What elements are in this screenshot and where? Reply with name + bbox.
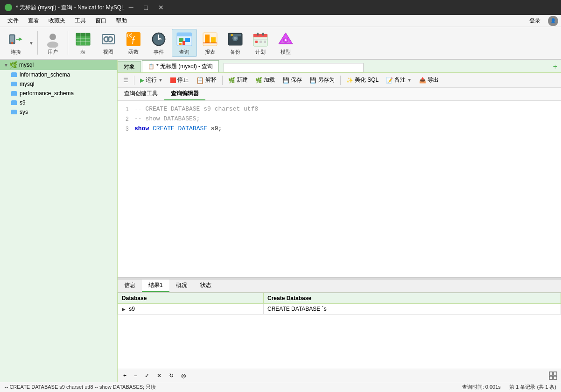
sidebar-db-information-schema[interactable]: information_schema — [0, 70, 117, 79]
mysql-icon: 🌿 — [9, 61, 17, 69]
tab-query-icon: 📋 — [148, 63, 154, 70]
toolbar-report-label: 报表 — [205, 49, 215, 56]
toolbar-event-label: 事件 — [154, 49, 164, 56]
toolbar-model[interactable]: 模型 — [273, 29, 298, 57]
toolbar-user[interactable]: 用户 — [41, 29, 65, 57]
code-editor[interactable]: 1 -- CREATE DATABASE s9 charset utf8 2 -… — [118, 101, 561, 277]
sql-text-s9: s9; — [211, 125, 222, 132]
tab-object[interactable]: 对象 — [118, 61, 141, 72]
load-button[interactable]: 🌿 加载 — [252, 75, 278, 86]
toolbar-connect[interactable]: 连接 — [4, 29, 28, 57]
minimize-button[interactable]: ─ — [125, 3, 138, 12]
save-as-button[interactable]: 💾 另存为 — [307, 75, 337, 86]
svg-rect-25 — [177, 33, 192, 36]
menu-favorites[interactable]: 收藏夹 — [44, 15, 70, 26]
results-tab-status[interactable]: 状态 — [194, 280, 218, 292]
view-icon — [100, 31, 117, 48]
result-grid-area — [549, 371, 557, 380]
toolbar-table[interactable]: 表 — [71, 29, 95, 57]
tab-query[interactable]: 📋 * 无标题 (mysql) - 查询 — [142, 60, 219, 72]
svg-rect-46 — [264, 41, 266, 43]
result-remove-button[interactable]: − — [132, 372, 139, 379]
svg-text:(x): (x) — [127, 33, 133, 38]
comment-button[interactable]: 📝 备注 ▼ — [383, 75, 414, 86]
run-button[interactable]: ▶ 运行 ▼ — [137, 75, 166, 86]
tab-search-input[interactable] — [224, 63, 364, 72]
query-icon — [176, 31, 193, 48]
menu-tools[interactable]: 工具 — [70, 15, 91, 26]
sidebar-connection-mysql[interactable]: ▼ 🌿 mysql — [0, 60, 117, 70]
toolbar-backup[interactable]: 备份 — [223, 29, 247, 57]
act-divider-2 — [222, 76, 223, 85]
filter-icon: ◎ — [181, 372, 186, 379]
load-label: 加载 — [264, 76, 275, 84]
table-row[interactable]: ▶ s9 CREATE DATABASE `s — [118, 304, 561, 315]
svg-rect-45 — [259, 41, 262, 43]
connect-dropdown-arrow[interactable]: ▼ — [28, 41, 35, 46]
sidebar: ▼ 🌿 mysql information_schema mysql perfo… — [0, 60, 118, 382]
new-button[interactable]: 🌿 新建 — [225, 75, 251, 86]
menu-help[interactable]: 帮助 — [111, 15, 132, 26]
menu-window[interactable]: 窗口 — [91, 15, 111, 26]
beautify-button[interactable]: ✨ 美化 SQL — [344, 75, 381, 86]
row-expand-icon: ▶ — [122, 307, 126, 312]
svg-rect-54 — [554, 376, 557, 379]
svg-point-36 — [234, 37, 237, 40]
sidebar-db-mysql[interactable]: mysql — [0, 79, 117, 89]
sql-tab-editor[interactable]: 查询编辑器 — [164, 88, 205, 100]
result-filter-button[interactable]: ◎ — [179, 372, 188, 379]
toolbar-divider-1 — [37, 31, 38, 55]
svg-rect-52 — [554, 372, 557, 375]
close-button[interactable]: ✕ — [154, 3, 168, 12]
menu-file[interactable]: 文件 — [3, 15, 23, 26]
main-layout: ▼ 🌿 mysql information_schema mysql perfo… — [0, 60, 561, 382]
line-num-3: 3 — [118, 124, 133, 134]
toolbar-report[interactable]: 报表 — [198, 29, 222, 57]
tab-new-button[interactable]: + — [549, 61, 561, 72]
result-check-button[interactable]: ✓ — [143, 372, 151, 379]
stop-button[interactable]: 停止 — [168, 75, 191, 86]
toolbar-view[interactable]: 视图 — [96, 29, 120, 57]
toolbar-table-label: 表 — [80, 49, 85, 56]
sql-tab-build[interactable]: 查询创建工具 — [118, 88, 164, 100]
result-add-button[interactable]: + — [121, 372, 128, 379]
status-bar: -- CREATE DATABASE s9 charset utf8 -- sh… — [0, 382, 561, 392]
toolbar-event[interactable]: 事件 — [147, 29, 171, 57]
explain-label: 解释 — [205, 76, 217, 84]
code-text-1: -- CREATE DATABASE s9 charset utf8 — [134, 105, 258, 112]
menu-view[interactable]: 查看 — [23, 15, 44, 26]
result-refresh-button[interactable]: ↻ — [167, 372, 175, 379]
code-line-2: 2 -- show DATABASES; — [118, 114, 561, 124]
toolbar-query[interactable]: 查询 — [172, 29, 197, 57]
maximize-button[interactable]: □ — [140, 3, 153, 12]
check-icon: ✓ — [145, 372, 149, 379]
login-button[interactable]: 登录 — [525, 15, 545, 26]
svg-point-38 — [231, 34, 233, 36]
svg-rect-42 — [262, 33, 264, 35]
td-db-name-value: s9 — [129, 306, 135, 312]
run-dropdown-icon: ▼ — [158, 77, 163, 83]
explain-button[interactable]: 📋 解释 — [193, 75, 219, 86]
sql-keyword-create: CREATE DATABASE — [153, 125, 211, 132]
results-tab-overview[interactable]: 概况 — [169, 280, 194, 292]
comment-icon: 📝 — [386, 77, 393, 84]
results-tab-result1[interactable]: 结果1 — [142, 280, 169, 292]
td-create-db: CREATE DATABASE `s — [263, 304, 561, 315]
toolbar-function[interactable]: ƒ (x) 函数 — [121, 29, 146, 57]
action-toolbar: ☰ ▶ 运行 ▼ 停止 📋 解释 🌿 新建 🌿 — [118, 73, 561, 88]
toolbar-query-label: 查询 — [179, 49, 189, 56]
export-button[interactable]: 📤 导出 — [416, 75, 442, 86]
sidebar-db-label-1: mysql — [20, 81, 34, 87]
code-text-2: -- show DATABASES; — [134, 115, 200, 122]
sidebar-db-performance-schema[interactable]: performance_schema — [0, 89, 117, 98]
result-delete-button[interactable]: ✕ — [155, 372, 163, 379]
toolbar-divider-2 — [68, 31, 68, 55]
sidebar-db-s9[interactable]: s9 — [0, 98, 117, 107]
grid-view-button[interactable] — [549, 371, 557, 380]
hamburger-menu-button[interactable]: ☰ — [120, 75, 131, 86]
save-button[interactable]: 💾 保存 — [280, 75, 305, 86]
user-icon — [44, 31, 61, 48]
toolbar-schedule[interactable]: 计划 — [248, 29, 273, 57]
results-tab-info[interactable]: 信息 — [118, 280, 142, 292]
sidebar-db-sys[interactable]: sys — [0, 107, 117, 117]
